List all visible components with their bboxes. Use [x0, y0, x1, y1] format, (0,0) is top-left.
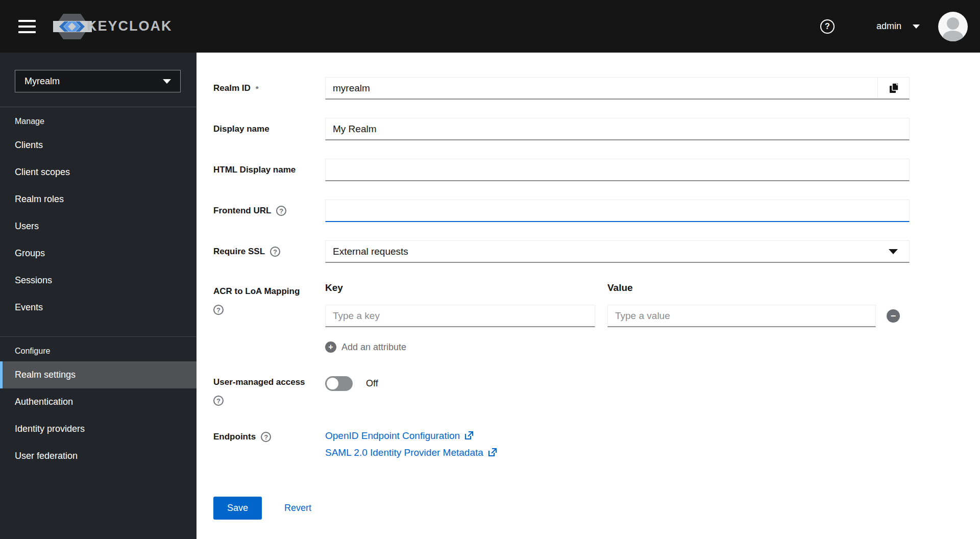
realm-selector-dropdown[interactable]: Myrealm	[15, 70, 181, 92]
brand-wordmark: KEYCLOAK	[87, 18, 173, 34]
sidebar-item-users[interactable]: Users	[0, 213, 197, 240]
help-icon[interactable]: ?	[270, 247, 280, 257]
sidebar-item-events[interactable]: Events	[0, 294, 197, 321]
toggle-state-label: Off	[366, 378, 378, 389]
help-icon[interactable]: ?	[213, 305, 224, 315]
html-display-name-label: HTML Display name	[213, 165, 325, 175]
key-column-header: Key	[325, 282, 595, 293]
endpoints-row: Endpoints ? OpenID Endpoint Configuratio…	[213, 427, 910, 461]
endpoint-links: OpenID Endpoint Configuration SAML 2.0 I…	[325, 427, 910, 461]
sidebar-item-clients[interactable]: Clients	[0, 132, 197, 159]
user-managed-access-toggle[interactable]	[325, 376, 353, 391]
value-column-header: Value	[607, 282, 876, 293]
masthead-right: ? admin	[820, 12, 980, 41]
openid-endpoint-configuration-link[interactable]: OpenID Endpoint Configuration	[325, 427, 474, 444]
realm-id-input-group	[325, 77, 910, 100]
avatar[interactable]	[938, 12, 968, 41]
nav-section-manage: Manage	[0, 115, 197, 128]
nav-section-configure: Configure	[0, 345, 197, 357]
saml-identity-provider-metadata-link[interactable]: SAML 2.0 Identity Provider Metadata	[325, 444, 497, 461]
add-attribute-button[interactable]: + Add an attribute	[325, 341, 910, 353]
display-name-row: Display name	[213, 118, 910, 140]
sidebar-item-groups[interactable]: Groups	[0, 240, 197, 267]
acr-loa-mapping-row: ACR to LoA Mapping ? Key Value −	[213, 282, 910, 353]
sidebar-item-sessions[interactable]: Sessions	[0, 267, 197, 294]
frontend-url-input[interactable]	[325, 200, 910, 222]
keycloak-logo: KEYCLOAK	[52, 11, 173, 42]
keycloak-hexagon-icon	[52, 11, 92, 42]
require-ssl-label: Require SSL ?	[213, 247, 325, 257]
user-managed-access-switch-wrap: Off	[325, 376, 910, 391]
acr-value-input[interactable]	[607, 305, 876, 327]
chevron-down-icon	[913, 24, 920, 29]
save-button[interactable]: Save	[213, 497, 262, 520]
user-managed-access-label-col: User-managed access ?	[213, 376, 325, 406]
external-link-icon	[487, 448, 497, 457]
require-ssl-select[interactable]: External requests	[325, 240, 910, 263]
chevron-down-icon	[163, 79, 171, 84]
help-icon[interactable]: ?	[276, 206, 286, 216]
username: admin	[876, 21, 901, 32]
user-managed-access-row: User-managed access ? Off	[213, 376, 910, 406]
require-ssl-selected-value: External requests	[333, 246, 408, 257]
acr-loa-mapping-label: ACR to LoA Mapping	[213, 286, 325, 297]
copy-button[interactable]	[877, 78, 909, 99]
revert-button[interactable]: Revert	[284, 503, 311, 513]
sidebar-item-realm-settings[interactable]: Realm settings	[0, 361, 197, 388]
realm-settings-general-form: Realm ID * Display name	[197, 53, 980, 539]
chevron-down-icon	[889, 249, 898, 254]
help-icon[interactable]: ?	[261, 432, 271, 442]
user-menu[interactable]: admin	[876, 21, 920, 32]
sidebar-item-authentication[interactable]: Authentication	[0, 388, 197, 415]
remove-attribute-icon[interactable]: −	[887, 309, 900, 323]
sidebar-item-identity-providers[interactable]: Identity providers	[0, 415, 197, 443]
required-asterisk: *	[256, 84, 259, 93]
toggle-knob	[327, 378, 338, 389]
frontend-url-label: Frontend URL ?	[213, 206, 325, 216]
sidebar-item-realm-roles[interactable]: Realm roles	[0, 186, 197, 213]
help-icon[interactable]: ?	[213, 396, 224, 406]
help-icon[interactable]: ?	[820, 19, 835, 34]
display-name-label: Display name	[213, 124, 325, 134]
form-actions: Save Revert	[213, 497, 910, 520]
acr-loa-mapping-editor: Key Value − + Add an attribute	[325, 282, 910, 353]
sidebar-item-user-federation[interactable]: User federation	[0, 443, 197, 470]
copy-icon	[887, 82, 900, 95]
external-link-icon	[464, 431, 474, 440]
endpoints-label: Endpoints ?	[213, 427, 325, 442]
acr-key-input[interactable]	[325, 305, 595, 327]
add-attribute-label: Add an attribute	[341, 342, 406, 353]
sidebar-item-client-scopes[interactable]: Client scopes	[0, 159, 197, 186]
user-managed-access-label: User-managed access	[213, 376, 325, 388]
realm-id-input[interactable]	[326, 78, 877, 99]
masthead: KEYCLOAK ? admin	[0, 0, 980, 53]
divider	[0, 107, 197, 107]
key-value-inputs: −	[325, 305, 910, 327]
require-ssl-row: Require SSL ? External requests	[213, 240, 910, 263]
realm-id-row: Realm ID *	[213, 77, 910, 100]
sidebar: Myrealm Manage Clients Client scopes Rea…	[0, 53, 197, 539]
realm-id-label: Realm ID *	[213, 83, 325, 93]
frontend-url-row: Frontend URL ?	[213, 200, 910, 222]
add-icon: +	[325, 341, 336, 353]
html-display-name-row: HTML Display name	[213, 159, 910, 181]
html-display-name-input[interactable]	[325, 159, 910, 181]
acr-loa-mapping-label-col: ACR to LoA Mapping ?	[213, 282, 325, 315]
realm-selector-wrap: Myrealm	[0, 53, 197, 107]
key-value-headers: Key Value	[325, 282, 910, 305]
divider	[0, 336, 197, 337]
keycloak-admin-console: KEYCLOAK ? admin Myrealm Manage Clients …	[0, 0, 980, 539]
current-realm: Myrealm	[24, 76, 60, 87]
nav-toggle-hamburger-icon[interactable]	[18, 16, 36, 37]
display-name-input[interactable]	[325, 118, 910, 140]
